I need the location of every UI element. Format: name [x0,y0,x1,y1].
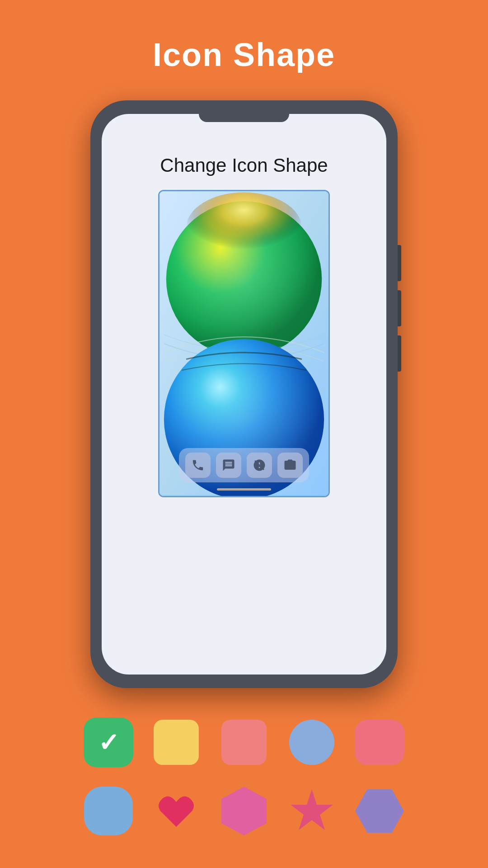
hexagon-icon [355,787,404,835]
shape-rect-bg [355,720,404,765]
phone-frame: Change Icon Shape [90,100,398,688]
shape-pink-bg [221,720,267,765]
wallpaper-background [160,191,328,496]
dock-icon-messages[interactable] [216,453,241,478]
shield-icon [221,787,267,835]
svg-point-3 [166,201,322,357]
check-icon: ✓ [98,728,119,757]
phone-screen: Change Icon Shape [102,114,386,675]
svg-marker-9 [355,789,404,833]
shape-rounded-pink[interactable] [217,715,271,769]
shape-circle-bg [289,720,334,765]
shape-row-2 [81,784,407,838]
home-indicator [217,488,271,491]
dock-icons-container [179,448,309,482]
screen-content: Change Icon Shape [102,114,386,675]
shape-heart[interactable] [149,784,203,838]
shape-squircle-bg [84,787,133,835]
page-title: Icon Shape [153,36,335,73]
shape-rounded-check-bg: ✓ [84,717,133,767]
shape-star[interactable] [285,784,339,838]
shape-hexagon[interactable] [352,784,407,838]
shape-rounded-rect[interactable] [352,715,407,769]
change-icon-shape-title: Change Icon Shape [160,155,328,176]
shape-row-1: ✓ [81,715,407,769]
wallpaper-preview [158,190,330,497]
heart-icon [154,788,199,834]
phone-notch [199,114,289,122]
svg-marker-7 [221,787,267,835]
shape-yellow-bg [154,720,199,765]
svg-marker-8 [291,789,333,830]
shape-shield[interactable] [217,784,271,838]
shape-circle[interactable] [285,715,339,769]
dock-icon-camera[interactable] [277,453,303,478]
shape-squircle[interactable] [81,784,136,838]
star-icon [287,787,336,835]
dock-icon-phone[interactable] [185,453,211,478]
shape-rounded-selected[interactable]: ✓ [81,715,136,769]
shape-selector: ✓ [0,715,488,838]
dock-icon-block[interactable] [247,453,272,478]
shape-rounded-yellow[interactable] [149,715,203,769]
